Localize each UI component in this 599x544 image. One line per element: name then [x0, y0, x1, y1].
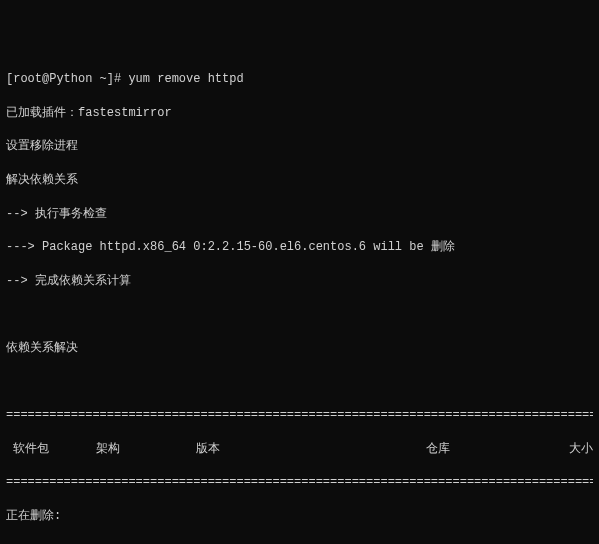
- output-line: ---> Package httpd.x86_64 0:2.2.15-60.el…: [6, 239, 593, 256]
- blank-line: [6, 306, 593, 323]
- removing-label: 正在删除:: [6, 508, 593, 525]
- blank-line: [6, 374, 593, 391]
- output-line: 解决依赖关系: [6, 172, 593, 189]
- col-repo: 仓库: [426, 441, 536, 458]
- output-line: 已加载插件：fastestmirror: [6, 105, 593, 122]
- table-header: 软件包 架构 版本 仓库 大小: [6, 441, 593, 458]
- table-sep: ========================================…: [6, 407, 593, 424]
- output-line: --> 执行事务检查: [6, 206, 593, 223]
- command-input: yum remove httpd: [128, 72, 243, 86]
- shell-prompt: [root@Python ~]#: [6, 72, 128, 86]
- prompt-line-1: [root@Python ~]# yum remove httpd: [6, 71, 593, 88]
- dep-resolved: 依赖关系解决: [6, 340, 593, 357]
- output-line: --> 完成依赖关系计算: [6, 273, 593, 290]
- col-size: 大小: [536, 441, 593, 458]
- col-version: 版本: [196, 441, 426, 458]
- table-sep: ========================================…: [6, 474, 593, 491]
- col-arch: 架构: [96, 441, 196, 458]
- col-package: 软件包: [6, 441, 96, 458]
- output-line: 设置移除进程: [6, 138, 593, 155]
